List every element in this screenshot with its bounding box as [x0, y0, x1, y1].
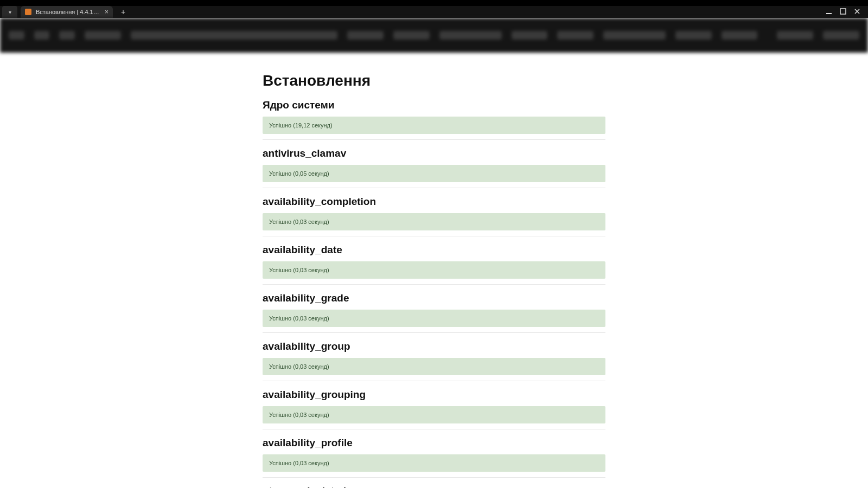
- section-title: availability_date: [263, 244, 605, 256]
- status-badge: Успішно (0,03 секунд): [263, 454, 605, 472]
- section-title: availability_grade: [263, 292, 605, 304]
- section-title: availability_grouping: [263, 389, 605, 401]
- plus-icon: +: [121, 8, 125, 16]
- install-section: availability_profile Успішно (0,03 секун…: [263, 437, 605, 478]
- install-section: availability_group Успішно (0,03 секунд): [263, 341, 605, 381]
- browser-tabstrip: ▾ Встановлення | 4.4.1 (Build… × +: [0, 6, 868, 18]
- status-badge: Успішно (0,03 секунд): [263, 213, 605, 230]
- tab-title: Встановлення | 4.4.1 (Build…: [36, 9, 100, 15]
- section-title: antivirus_clamav: [263, 147, 605, 159]
- status-badge: Успішно (0,03 секунд): [263, 358, 605, 375]
- tab-search-button[interactable]: ▾: [2, 6, 17, 18]
- svg-rect-0: [826, 13, 832, 14]
- install-section: availability_grade Успішно (0,03 секунд): [263, 292, 605, 333]
- status-badge: Успішно (0,03 секунд): [263, 261, 605, 279]
- new-tab-button[interactable]: +: [116, 6, 130, 18]
- install-section: availability_grouping Успішно (0,03 секу…: [263, 389, 605, 429]
- chevron-down-icon: ▾: [9, 9, 11, 15]
- close-window-button[interactable]: [854, 8, 860, 16]
- install-section: availability_completion Успішно (0,03 се…: [263, 196, 605, 236]
- favicon-icon: [25, 9, 31, 15]
- status-badge: Успішно (0,03 секунд): [263, 310, 605, 327]
- maximize-button[interactable]: [840, 8, 846, 16]
- status-badge: Успішно (0,05 секунд): [263, 165, 605, 182]
- install-section: antivirus_clamav Успішно (0,05 секунд): [263, 147, 605, 188]
- install-section: availability_date Успішно (0,03 секунд): [263, 244, 605, 285]
- section-title: qtype_calculated: [263, 485, 605, 488]
- page-viewport[interactable]: Встановлення Ядро системи Успішно (19,12…: [0, 53, 868, 488]
- status-badge: Успішно (0,03 секунд): [263, 406, 605, 423]
- page-title: Встановлення: [263, 72, 605, 89]
- svg-rect-1: [840, 9, 846, 14]
- desktop-top-bar: [0, 0, 868, 6]
- close-icon[interactable]: ×: [105, 8, 108, 16]
- install-section: Ядро системи Успішно (19,12 секунд): [263, 99, 605, 140]
- window-controls: [826, 6, 868, 18]
- status-badge: Успішно (19,12 секунд): [263, 117, 605, 134]
- section-title: availability_completion: [263, 196, 605, 208]
- install-section: qtype_calculated Успішно (0,09 секунд): [263, 485, 605, 488]
- page-content: Встановлення Ядро системи Успішно (19,12…: [263, 53, 605, 488]
- section-title: Ядро системи: [263, 99, 605, 111]
- browser-toolbar-blurred: [0, 18, 868, 53]
- section-title: availability_profile: [263, 437, 605, 449]
- section-title: availability_group: [263, 341, 605, 352]
- browser-tab-active[interactable]: Встановлення | 4.4.1 (Build… ×: [21, 6, 113, 18]
- minimize-button[interactable]: [826, 8, 832, 16]
